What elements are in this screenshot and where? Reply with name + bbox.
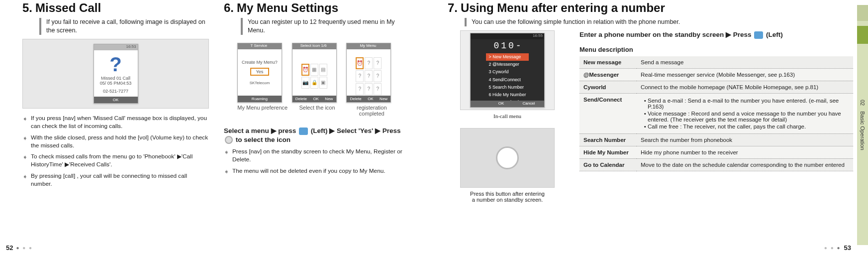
- question-icon: ?: [109, 53, 121, 76]
- album-icon: ▦: [310, 64, 318, 76]
- step-frag-2: (Left) ▶ Select 'Yes' ▶ Press: [311, 127, 401, 134]
- section6-title-text: My Menu Settings: [237, 1, 338, 14]
- table-row: Search NumberSearch the number from phon…: [579, 133, 853, 146]
- menu-desc-cell: Connect to the mobile homepage (NATE Mob…: [637, 81, 853, 93]
- section7-action: Enter a phone number on the standby scre…: [579, 30, 853, 39]
- menu-desc-cell: Hide my phone number to the receiver: [637, 146, 853, 158]
- menu-name-cell: Hide My Number: [579, 146, 637, 158]
- section5-title: 5.Missed Call: [22, 1, 209, 15]
- step-frag-3: to select the icon: [236, 136, 290, 143]
- section5-bullets: ➧If you press [nav] when 'Missed Call' m…: [22, 115, 209, 188]
- table-row: Go to CalendarMove to the date on the sc…: [579, 158, 853, 171]
- mock-softkey-center: OK: [113, 98, 119, 102]
- page-52: 52: [6, 244, 13, 252]
- section5-title-text: Missed Call: [35, 1, 101, 14]
- dialed-number: 010-: [493, 40, 523, 52]
- section5-bullet-3: To check missed calls from the menu go t…: [31, 153, 209, 169]
- left-softkey-icon: [754, 31, 763, 39]
- section7-title-text: Using Menu after entering a number: [461, 1, 665, 14]
- section6-bullet-2: The menu will not be deleted even if you…: [232, 167, 386, 176]
- screenB-softkey-right: New: [325, 97, 333, 101]
- mock-line2: 05/ 05 PM04:53: [100, 81, 132, 86]
- bullet-arrow-icon: ➧: [22, 153, 28, 169]
- screenA-yes: Yes: [250, 68, 270, 76]
- menu-name-cell: New message: [579, 56, 637, 69]
- menu-desc-cell: Real-time messenger service (Mobile Mess…: [637, 68, 853, 81]
- caption-registration-complete: registeration completed: [346, 105, 397, 117]
- nav-key-icon: [225, 136, 233, 144]
- section5-bullet-4: By pressing [call] , your call will be c…: [31, 172, 209, 188]
- left-softkey-icon: [299, 127, 308, 135]
- phone-clock: 16:55: [471, 33, 544, 39]
- table-row: New messageSend a message: [579, 56, 853, 69]
- menu-desc-cell: Search the number from phonebook: [637, 133, 853, 146]
- phone-button-photo: [460, 128, 555, 188]
- bullet-arrow-icon: ➧: [224, 148, 229, 164]
- menu-name-cell: Go to Calendar: [579, 158, 637, 171]
- section5-intro: If you fail to receive a call, following…: [39, 18, 209, 35]
- softkey-ok: OK: [498, 101, 504, 106]
- menu-desc-cell: Send a message: [637, 56, 853, 69]
- menu-name-cell: Send/Connect: [579, 93, 637, 133]
- section6-number: 6.: [224, 1, 234, 15]
- caption-press-button: Press this button after entering a numbe…: [448, 191, 567, 203]
- section5-number: 5.: [22, 1, 32, 15]
- side-tab-label: 02 Basic Operation: [860, 100, 866, 150]
- caption-mymenu-pref: My Menu preference: [237, 105, 288, 111]
- incall-menu-item: > New Message: [486, 53, 528, 61]
- screenB-header: Select Icon 1/6: [300, 43, 327, 48]
- screenB-softkey-center: OK: [313, 97, 319, 101]
- table-row: CyworldConnect to the mobile homepage (N…: [579, 81, 853, 93]
- page-number-right: ● ● ● 53: [824, 244, 851, 252]
- softkey-cancel: Cancel: [522, 101, 535, 106]
- menu-description-table: New messageSend a message@MessengerReal-…: [579, 56, 853, 171]
- menu-name-cell: @Messenger: [579, 68, 637, 81]
- menu-desc-cell: Send a e-mail : Send a e-mail to the num…: [637, 93, 853, 133]
- section6-steps: Select a menu ▶ press (Left) ▶ Select 'Y…: [224, 127, 410, 144]
- action-frag-1: Enter a phone number on the standby scre…: [579, 31, 753, 38]
- bullet-arrow-icon: ➧: [22, 115, 28, 130]
- table-row: Send/ConnectSend a e-mail : Send a e-mai…: [579, 93, 853, 133]
- bullet-arrow-icon: ➧: [22, 172, 28, 188]
- my-menu-screenshots: T Service Create My Menu? Yes SKTelecom …: [224, 39, 410, 121]
- alarm-icon: ⏰: [301, 64, 309, 76]
- step-frag-1: Select a menu ▶ press: [224, 127, 298, 134]
- section6-bullet-1: Press [nav] on the standby screen to che…: [232, 148, 410, 164]
- screenC-softkey-left: Delete: [350, 97, 362, 101]
- table-row: @MessengerReal-time messenger service (M…: [579, 68, 853, 81]
- side-tab: 02 Basic Operation: [857, 5, 868, 245]
- menu-desc-subitem: Call me free : The receiver, not the cal…: [648, 124, 849, 129]
- bullet-arrow-icon: ➧: [224, 167, 229, 176]
- camera-icon: 📷: [301, 77, 309, 89]
- menu-desc-subitem: Send a e-mail : Send a e-mail to the num…: [648, 98, 849, 110]
- incall-menu-screenshot: 16:55 010- > New Message2 @Messenger3 Cy…: [460, 30, 555, 110]
- menu-desc-subitem: Voice message : Record and send a voice …: [648, 111, 849, 123]
- section7-number: 7.: [448, 1, 458, 15]
- mock-line1: Missed 01 Call: [101, 76, 130, 81]
- incall-menu-item: 2 @Messenger: [486, 61, 528, 68]
- screenC-softkey-center: OK: [368, 97, 374, 101]
- page-number-left: 52 ● ● ●: [6, 244, 33, 252]
- caption-select-icon: Select the icon: [292, 105, 343, 111]
- section6-title: 6.My Menu Settings: [224, 1, 410, 15]
- menu-name-cell: Cyworld: [579, 81, 637, 93]
- mock-line3: 02-521-7277: [103, 89, 128, 94]
- grid-icon: ▤: [319, 64, 327, 76]
- section6-bullets: ➧Press [nav] on the standby screen to ch…: [224, 148, 410, 176]
- bullet-arrow-icon: ➧: [22, 134, 28, 150]
- screenC-softkey-right: New: [380, 97, 387, 101]
- section7-title: 7.Using Menu after entering a number: [448, 1, 853, 15]
- caption-incall-menu: In-call menu: [448, 113, 567, 119]
- mock-clock: 16:53: [94, 44, 138, 50]
- lock-icon: 🔒: [310, 77, 318, 89]
- action-frag-2: (Left): [766, 31, 783, 38]
- incall-menu-item: 5 Search Number: [486, 84, 528, 91]
- section5-bullet-1: If you press [nav] when 'Missed Call' me…: [31, 115, 209, 130]
- section7-intro: You can use the following simple functio…: [465, 18, 853, 26]
- screenB-softkey-left: Delete: [295, 97, 307, 101]
- incall-menu-item: 3 Cyworld: [486, 68, 528, 76]
- section6-intro: You can register up to 12 frequently use…: [241, 18, 410, 35]
- screenA-carrier: SKTelecom: [250, 81, 270, 85]
- table-row: Hide My NumberHide my phone number to th…: [579, 146, 853, 158]
- menu-desc-cell: Move to the date on the schedule calenda…: [637, 158, 853, 171]
